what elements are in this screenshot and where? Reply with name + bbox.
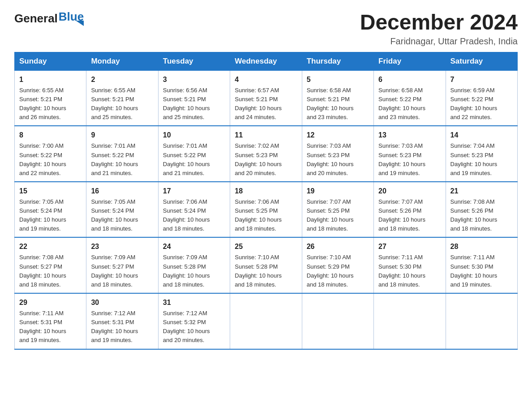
day-info: Sunrise: 6:58 AMSunset: 5:21 PMDaylight:… <box>307 87 354 120</box>
calendar-cell: 11 Sunrise: 7:02 AMSunset: 5:23 PMDaylig… <box>230 126 302 182</box>
calendar-cell: 26 Sunrise: 7:10 AMSunset: 5:29 PMDaylig… <box>302 237 373 293</box>
calendar-cell: 6 Sunrise: 6:58 AMSunset: 5:22 PMDayligh… <box>374 70 446 126</box>
weekday-header-monday: Monday <box>86 52 158 70</box>
calendar-cell: 7 Sunrise: 6:59 AMSunset: 5:22 PMDayligh… <box>446 70 517 126</box>
day-number: 27 <box>378 241 441 252</box>
day-info: Sunrise: 7:11 AMSunset: 5:31 PMDaylight:… <box>19 310 66 343</box>
day-number: 20 <box>378 186 441 197</box>
day-info: Sunrise: 6:56 AMSunset: 5:21 PMDaylight:… <box>163 87 210 120</box>
day-info: Sunrise: 7:06 AMSunset: 5:24 PMDaylight:… <box>163 198 210 232</box>
logo-general-text: General <box>14 12 58 26</box>
day-info: Sunrise: 7:10 AMSunset: 5:29 PMDaylight:… <box>307 254 354 287</box>
calendar-cell: 12 Sunrise: 7:03 AMSunset: 5:23 PMDaylig… <box>302 126 373 182</box>
day-number: 1 <box>19 74 82 85</box>
calendar-cell: 4 Sunrise: 6:57 AMSunset: 5:21 PMDayligh… <box>230 70 302 126</box>
day-info: Sunrise: 7:09 AMSunset: 5:27 PMDaylight:… <box>91 254 138 287</box>
day-number: 15 <box>19 186 82 197</box>
day-number: 7 <box>450 74 513 85</box>
calendar-cell: 21 Sunrise: 7:08 AMSunset: 5:26 PMDaylig… <box>446 182 517 238</box>
weekday-header-thursday: Thursday <box>302 52 373 70</box>
day-number: 17 <box>163 186 225 197</box>
day-number: 19 <box>307 186 369 197</box>
location-subtitle: Faridnagar, Uttar Pradesh, India <box>360 36 518 47</box>
weekday-header-tuesday: Tuesday <box>158 52 230 70</box>
calendar-cell: 30 Sunrise: 7:12 AMSunset: 5:31 PMDaylig… <box>86 293 158 349</box>
calendar-cell: 15 Sunrise: 7:05 AMSunset: 5:24 PMDaylig… <box>15 182 86 238</box>
calendar-cell: 1 Sunrise: 6:55 AMSunset: 5:21 PMDayligh… <box>15 70 86 126</box>
day-info: Sunrise: 7:08 AMSunset: 5:26 PMDaylight:… <box>450 198 498 232</box>
day-info: Sunrise: 7:11 AMSunset: 5:30 PMDaylight:… <box>378 254 425 287</box>
calendar-header-row: SundayMondayTuesdayWednesdayThursdayFrid… <box>15 52 518 70</box>
day-number: 13 <box>378 130 441 141</box>
day-number: 16 <box>91 186 153 197</box>
day-info: Sunrise: 7:07 AMSunset: 5:25 PMDaylight:… <box>307 198 354 232</box>
day-number: 9 <box>91 130 153 141</box>
calendar-cell: 5 Sunrise: 6:58 AMSunset: 5:21 PMDayligh… <box>302 70 373 126</box>
day-info: Sunrise: 7:03 AMSunset: 5:23 PMDaylight:… <box>307 142 354 176</box>
logo-blue-box: Blue <box>59 11 84 26</box>
day-number: 2 <box>91 74 153 85</box>
day-info: Sunrise: 6:55 AMSunset: 5:21 PMDaylight:… <box>91 87 138 120</box>
calendar-cell <box>446 293 517 349</box>
day-info: Sunrise: 7:04 AMSunset: 5:23 PMDaylight:… <box>450 142 498 176</box>
calendar-cell <box>230 293 302 349</box>
day-number: 5 <box>307 74 369 85</box>
day-number: 4 <box>235 74 297 85</box>
calendar-cell: 25 Sunrise: 7:10 AMSunset: 5:28 PMDaylig… <box>230 237 302 293</box>
calendar-cell: 19 Sunrise: 7:07 AMSunset: 5:25 PMDaylig… <box>302 182 373 238</box>
day-info: Sunrise: 7:01 AMSunset: 5:22 PMDaylight:… <box>91 142 138 176</box>
weekday-header-sunday: Sunday <box>15 52 86 70</box>
calendar-week-row: 15 Sunrise: 7:05 AMSunset: 5:24 PMDaylig… <box>15 182 518 238</box>
day-info: Sunrise: 7:01 AMSunset: 5:22 PMDaylight:… <box>163 142 210 176</box>
calendar-week-row: 22 Sunrise: 7:08 AMSunset: 5:27 PMDaylig… <box>15 237 518 293</box>
logo-area: General Blue <box>14 11 84 26</box>
day-number: 10 <box>163 130 225 141</box>
day-info: Sunrise: 7:07 AMSunset: 5:26 PMDaylight:… <box>378 198 425 232</box>
calendar-cell: 3 Sunrise: 6:56 AMSunset: 5:21 PMDayligh… <box>158 70 230 126</box>
calendar-cell: 14 Sunrise: 7:04 AMSunset: 5:23 PMDaylig… <box>446 126 517 182</box>
weekday-header-friday: Friday <box>374 52 446 70</box>
day-info: Sunrise: 7:12 AMSunset: 5:32 PMDaylight:… <box>163 310 210 343</box>
day-number: 30 <box>91 297 153 308</box>
calendar-week-row: 8 Sunrise: 7:00 AMSunset: 5:22 PMDayligh… <box>15 126 518 182</box>
day-info: Sunrise: 7:10 AMSunset: 5:28 PMDaylight:… <box>235 254 282 287</box>
day-info: Sunrise: 7:02 AMSunset: 5:23 PMDaylight:… <box>235 142 282 176</box>
month-title: December 2024 <box>360 11 518 34</box>
calendar-cell <box>302 293 373 349</box>
day-number: 14 <box>450 130 513 141</box>
logo-triangle-icon <box>76 21 84 26</box>
day-info: Sunrise: 7:12 AMSunset: 5:31 PMDaylight:… <box>91 310 138 343</box>
calendar-cell: 10 Sunrise: 7:01 AMSunset: 5:22 PMDaylig… <box>158 126 230 182</box>
day-number: 6 <box>378 74 441 85</box>
calendar-table: SundayMondayTuesdayWednesdayThursdayFrid… <box>14 52 518 350</box>
calendar-cell: 31 Sunrise: 7:12 AMSunset: 5:32 PMDaylig… <box>158 293 230 349</box>
day-number: 8 <box>19 130 82 141</box>
calendar-cell: 9 Sunrise: 7:01 AMSunset: 5:22 PMDayligh… <box>86 126 158 182</box>
day-number: 29 <box>19 297 82 308</box>
calendar-cell: 18 Sunrise: 7:06 AMSunset: 5:25 PMDaylig… <box>230 182 302 238</box>
day-info: Sunrise: 7:06 AMSunset: 5:25 PMDaylight:… <box>235 198 282 232</box>
day-info: Sunrise: 7:00 AMSunset: 5:22 PMDaylight:… <box>19 142 66 176</box>
day-number: 3 <box>163 74 225 85</box>
day-info: Sunrise: 7:03 AMSunset: 5:23 PMDaylight:… <box>378 142 425 176</box>
day-number: 21 <box>450 186 513 197</box>
day-number: 12 <box>307 130 369 141</box>
calendar-cell: 29 Sunrise: 7:11 AMSunset: 5:31 PMDaylig… <box>15 293 86 349</box>
day-number: 28 <box>450 241 513 252</box>
day-number: 26 <box>307 241 369 252</box>
logo-block: General Blue <box>14 11 84 26</box>
day-info: Sunrise: 7:05 AMSunset: 5:24 PMDaylight:… <box>19 198 66 232</box>
day-number: 18 <box>235 186 297 197</box>
calendar-cell <box>374 293 446 349</box>
day-info: Sunrise: 6:55 AMSunset: 5:21 PMDaylight:… <box>19 87 66 120</box>
calendar-cell: 20 Sunrise: 7:07 AMSunset: 5:26 PMDaylig… <box>374 182 446 238</box>
calendar-cell: 28 Sunrise: 7:11 AMSunset: 5:30 PMDaylig… <box>446 237 517 293</box>
calendar-cell: 22 Sunrise: 7:08 AMSunset: 5:27 PMDaylig… <box>15 237 86 293</box>
title-area: December 2024 Faridnagar, Uttar Pradesh,… <box>360 11 518 47</box>
day-info: Sunrise: 7:08 AMSunset: 5:27 PMDaylight:… <box>19 254 66 287</box>
day-number: 22 <box>19 241 82 252</box>
calendar-cell: 8 Sunrise: 7:00 AMSunset: 5:22 PMDayligh… <box>15 126 86 182</box>
day-number: 23 <box>91 241 153 252</box>
day-info: Sunrise: 6:58 AMSunset: 5:22 PMDaylight:… <box>378 87 425 120</box>
calendar-cell: 24 Sunrise: 7:09 AMSunset: 5:28 PMDaylig… <box>158 237 230 293</box>
